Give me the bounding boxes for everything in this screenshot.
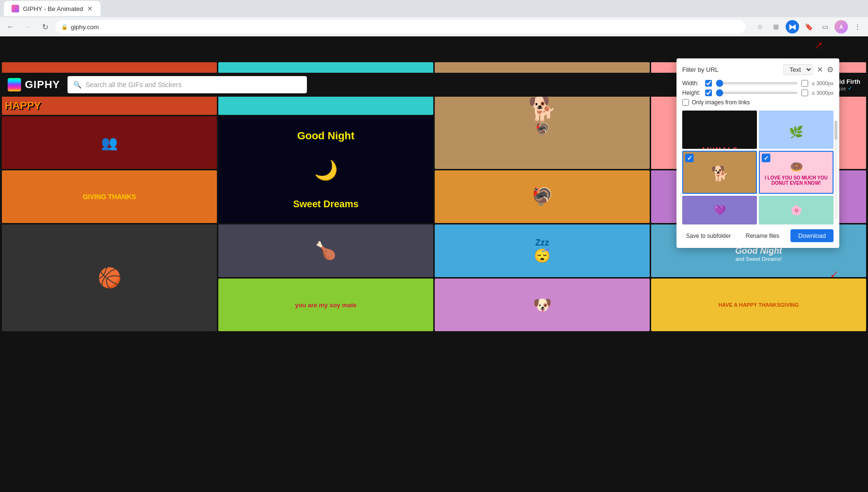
search-icon: 🔍	[73, 81, 81, 89]
popup-scrollbar-thumb	[834, 121, 837, 140]
height-slider-row: Height: ≤ 3000px	[682, 89, 834, 96]
lock-icon: 🔒	[61, 24, 68, 30]
gif-roast-emoji: 🍗	[315, 241, 337, 261]
gif-thanksgiving2[interactable]: HAVE A HAPPY THANKSGIVING	[651, 279, 866, 331]
giphy-logo[interactable]: GIPHY	[8, 78, 60, 91]
gif-crowd-icon: 👥	[101, 135, 118, 151]
tab-close-button[interactable]: ✕	[87, 5, 93, 12]
popup-scrollbar[interactable]	[834, 121, 837, 219]
address-bar[interactable]: 🔒 giphy.com	[56, 20, 745, 34]
height-min-slider[interactable]	[716, 92, 798, 94]
giphy-logo-text: GIPHY	[25, 78, 60, 91]
height-max-checkbox[interactable]	[801, 89, 808, 96]
popup-close-button[interactable]: ✕	[817, 65, 823, 74]
red-arrow-top: ↑	[812, 37, 827, 53]
tab-bar: GIPHY - Be Animated ✕	[0, 0, 868, 17]
giphy-search-bar[interactable]: 🔍 Search all the GIFs and Stickers	[68, 76, 307, 93]
animals-text: ANIMALS	[701, 146, 738, 149]
tab-label: GIPHY - Be Animated	[23, 5, 83, 12]
width-slider-row: Width: ≤ 3000px	[682, 80, 834, 87]
height-label: Height:	[682, 89, 701, 96]
popup-title: Filter by URL	[682, 66, 779, 73]
gif-turkey-dog-visual: 🐕 🦃	[528, 96, 557, 136]
gif-thanksgiving-text: GIVING THANKS	[83, 193, 136, 201]
nav-bar: ← → ↻ 🔒 giphy.com ☆ ⊞ ⧓ 🔖 ▭ A ⋮	[0, 17, 868, 36]
sidebar-button[interactable]: ▭	[818, 20, 832, 34]
gif-youmy-text: you are my soy mate	[295, 302, 357, 309]
popup-img-1[interactable]: ANIMALS	[682, 111, 757, 149]
popup-img3-checkbox: ✓	[685, 154, 694, 162]
forward-icon: →	[24, 22, 32, 31]
gif-sweet-dreams-text: Sweet Dreams	[293, 199, 359, 210]
popup-header: Filter by URL Text ✕ ⚙	[682, 64, 834, 75]
gif-moon: 🌙	[314, 159, 338, 181]
gif-good-night-text: Good Night	[297, 130, 355, 142]
only-links-checkbox[interactable]	[682, 99, 689, 106]
bookmark-manager-button[interactable]: 🔖	[802, 20, 815, 34]
popup-img6-emoji: 🌸	[790, 204, 802, 216]
browser-actions: ☆ ⊞ ⧓ 🔖 ▭ A ⋮	[753, 20, 864, 34]
popup-img2-emoji: 🌿	[789, 125, 803, 139]
gif-turkey-emoji: 🦃	[531, 187, 553, 207]
active-tab[interactable]: GIPHY - Be Animated ✕	[4, 1, 101, 16]
gif-sleeping-emoji: 😴	[534, 248, 551, 264]
popup-img4-emoji: 🍩	[790, 161, 803, 173]
profile-avatar[interactable]: A	[834, 20, 848, 34]
gif-hustle[interactable]: 🏀	[2, 224, 217, 331]
bookmark-star-button[interactable]: ☆	[753, 20, 767, 34]
popup-img-2[interactable]: 🌿	[759, 111, 834, 149]
verified-icon: ✓	[848, 85, 852, 91]
popup-img4-checkbox: ✓	[762, 154, 770, 162]
gif-hustle-emoji: 🏀	[98, 267, 122, 289]
rename-files-button[interactable]: Rename files	[742, 231, 783, 241]
popup-img-4[interactable]: 🍩 I LOVE YOU SO MUCH YOU DONUT EVEN KNOW…	[759, 151, 834, 194]
popup-img5-emoji: 💜	[714, 204, 726, 216]
popup-img-3[interactable]: 🐕 ✓	[682, 151, 757, 194]
gif-thanksgiving2-text: HAVE A HAPPY THANKSGIVING	[718, 302, 799, 308]
popup-img3-emoji: 🐕	[711, 165, 729, 182]
popup-gear-icon[interactable]: ⚙	[827, 65, 834, 74]
search-placeholder: Search all the GIFs and Stickers	[85, 81, 181, 89]
popup-img-5[interactable]: 💜	[682, 196, 757, 224]
width-max-checkbox[interactable]	[801, 80, 808, 87]
reload-button[interactable]: ↻	[38, 20, 52, 34]
profile-initial: A	[839, 24, 843, 30]
width-min-slider[interactable]	[716, 82, 798, 84]
popup-img-6[interactable]: 🌸	[759, 196, 834, 224]
download-button[interactable]: Download	[790, 229, 834, 242]
giphy-logo-icon	[8, 78, 21, 91]
height-min-checkbox[interactable]	[705, 89, 712, 96]
popup-images-grid: ANIMALS 🌿 🐕 ✓ 🍩	[682, 111, 834, 224]
width-label: Width:	[682, 80, 701, 87]
back-button[interactable]: ←	[4, 20, 17, 34]
save-subfolder-button[interactable]: Save to subfolder	[682, 231, 734, 241]
extensions-button[interactable]: ⧓	[786, 20, 799, 34]
gif-sleeping[interactable]: Zzz 😴	[435, 224, 650, 277]
gif-youmy[interactable]: you are my soy mate	[218, 279, 433, 331]
height-max-label: ≤ 3000px	[812, 90, 834, 96]
gif-thanksgiving[interactable]: GIVING THANKS	[2, 170, 217, 223]
only-links-label: Only images from links	[692, 99, 750, 106]
gif-sweetdreams-small: and Sweet Dreams!	[735, 256, 782, 262]
tab-favicon	[11, 5, 19, 12]
chrome-menu-button[interactable]: ⋮	[851, 20, 864, 34]
gif-crowd[interactable]: 👥	[2, 116, 217, 169]
gif-turkey-icon[interactable]: 🦃	[435, 170, 650, 223]
forward-button[interactable]: →	[21, 20, 34, 34]
only-links-row: Only images from links	[682, 99, 834, 106]
width-max-label: ≤ 3000px	[812, 80, 834, 86]
reload-icon: ↻	[42, 22, 48, 32]
gif-turkey-roast[interactable]: 🍗	[218, 224, 433, 277]
width-min-checkbox[interactable]	[705, 80, 712, 87]
type-select[interactable]: Text	[783, 64, 813, 75]
popup-img4-text: I LOVE YOU SO MUCH YOU DONUT EVEN KNOW!	[760, 175, 833, 186]
gif-snoopy[interactable]: 🐶	[435, 279, 650, 331]
extension-popup: Filter by URL Text ✕ ⚙ Width: ≤ 3000px H…	[676, 58, 839, 248]
back-icon: ←	[7, 22, 14, 31]
gif-snoopy-emoji: 🐶	[533, 296, 552, 314]
gif-good-night[interactable]: Good Night 🌙 Sweet Dreams	[218, 116, 433, 223]
gif-zzz-text: Zzz	[535, 238, 549, 248]
popup-actions: Save to subfolder Rename files Download	[682, 229, 834, 242]
screen-capture-button[interactable]: ⊞	[769, 20, 783, 34]
gif-text-happy: HAPPY	[5, 100, 214, 112]
